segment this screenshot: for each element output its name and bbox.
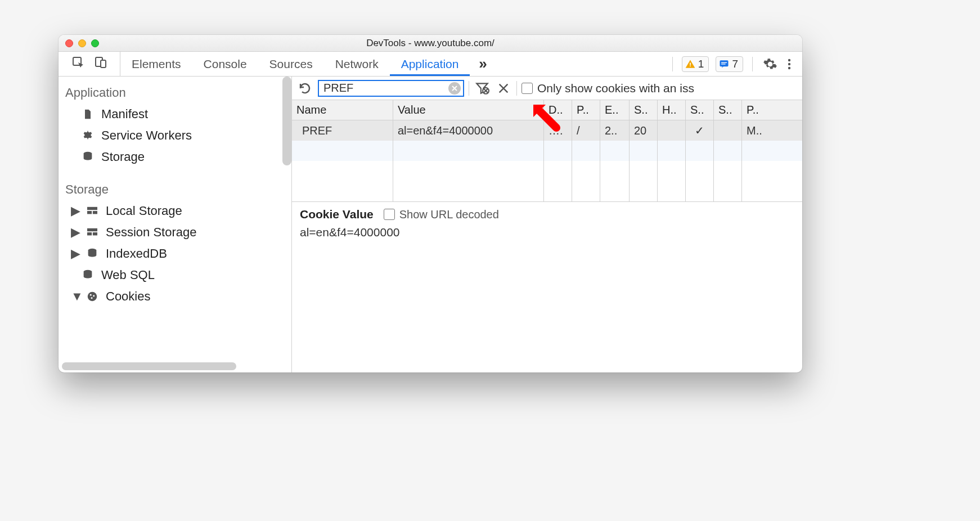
col-name[interactable]: Name xyxy=(292,100,393,120)
col-value[interactable]: Value xyxy=(393,100,544,120)
chevron-right-icon: ▶ xyxy=(71,246,79,261)
cell-path: / xyxy=(572,120,600,141)
tab-elements[interactable]: Elements xyxy=(120,52,192,76)
col-path[interactable]: P.. xyxy=(572,100,600,120)
show-url-decoded-checkbox[interactable] xyxy=(384,209,395,220)
divider xyxy=(672,57,673,71)
sidebar-item-indexeddb[interactable]: ▶ IndexedDB xyxy=(59,243,291,264)
sidebar-item-web-sql[interactable]: Web SQL xyxy=(59,264,291,286)
only-issues-label: Only show cookies with an iss xyxy=(537,82,694,95)
window-controls xyxy=(65,39,99,47)
titlebar: DevTools - www.youtube.com/ xyxy=(59,35,802,52)
messages-badge[interactable]: 7 xyxy=(716,56,743,72)
svg-point-9 xyxy=(788,62,790,65)
divider xyxy=(516,81,517,96)
close-window-button[interactable] xyxy=(65,39,73,47)
chevron-right-icon: ▶ xyxy=(71,225,79,240)
sidebar-item-cookies[interactable]: ▼ Cookies xyxy=(59,286,291,307)
svg-point-8 xyxy=(788,59,790,61)
sidebar-item-service-workers[interactable]: Service Workers xyxy=(59,125,291,146)
minimize-window-button[interactable] xyxy=(78,39,86,47)
cookie-details: Cookie Value Show URL decoded al=en&f4=4… xyxy=(292,202,802,372)
cookie-value-heading: Cookie Value xyxy=(300,208,374,221)
sidebar-item-label: Cookies xyxy=(106,289,150,304)
kebab-menu-icon[interactable] xyxy=(780,55,799,74)
database-icon xyxy=(81,268,95,282)
svg-rect-7 xyxy=(721,64,726,64)
col-samesite[interactable]: S.. xyxy=(714,100,742,120)
settings-icon[interactable] xyxy=(761,55,780,74)
cell-expires: 2.. xyxy=(600,120,630,141)
sidebar-item-label: Session Storage xyxy=(106,225,196,240)
cookies-panel: PREF Only show cookies with an iss xyxy=(292,77,802,372)
refresh-icon[interactable] xyxy=(296,80,313,97)
tab-application[interactable]: Application xyxy=(390,52,470,76)
inspect-element-icon[interactable] xyxy=(71,56,85,72)
filter-input[interactable]: PREF xyxy=(318,80,464,97)
sidebar-item-manifest[interactable]: Manifest xyxy=(59,104,291,125)
status-badges: 1 7 xyxy=(664,52,761,76)
svg-rect-18 xyxy=(93,232,97,235)
col-priority[interactable]: P.. xyxy=(742,100,802,120)
sidebar-item-local-storage[interactable]: ▶ Local Storage xyxy=(59,200,291,222)
warnings-badge[interactable]: 1 xyxy=(682,56,709,72)
sidebar-item-label: Service Workers xyxy=(101,128,192,143)
table-row[interactable]: PREF al=en&f4=4000000 …. / 2.. 20 ✓ M.. xyxy=(292,120,802,141)
table-icon xyxy=(86,204,99,218)
tab-sources[interactable]: Sources xyxy=(258,52,324,76)
filter-input-value: PREF xyxy=(323,82,448,95)
col-expires[interactable]: E.. xyxy=(600,100,630,120)
svg-rect-3 xyxy=(690,62,691,65)
svg-rect-5 xyxy=(720,60,729,66)
svg-point-21 xyxy=(88,292,97,302)
tab-network[interactable]: Network xyxy=(324,52,390,76)
cell-priority: M.. xyxy=(742,120,802,141)
window-title: DevTools - www.youtube.com/ xyxy=(366,38,495,49)
database-icon xyxy=(86,247,99,260)
col-domain[interactable]: D.. xyxy=(544,100,572,120)
delete-cookie-icon[interactable] xyxy=(495,80,512,97)
divider xyxy=(752,57,753,71)
divider xyxy=(469,81,469,96)
sidebar-section-application: Application xyxy=(59,81,291,104)
cookie-icon xyxy=(86,290,99,303)
svg-rect-17 xyxy=(87,232,92,235)
devtools-window: DevTools - www.youtube.com/ xyxy=(59,35,802,372)
chevron-down-icon: ▼ xyxy=(71,289,79,304)
sidebar-horizontal-scrollbar[interactable] xyxy=(62,362,236,370)
clear-all-filter-icon[interactable] xyxy=(474,80,491,97)
cookies-table: Name Value D.. P.. E.. S.. H.. S.. S.. P… xyxy=(292,100,802,202)
application-sidebar: Application Manifest Service Workers Sto… xyxy=(59,77,292,372)
sidebar-scrollbar[interactable] xyxy=(282,77,291,165)
sidebar-section-storage: Storage xyxy=(59,178,291,200)
sidebar-item-label: Manifest xyxy=(101,107,148,122)
col-httponly[interactable]: H.. xyxy=(658,100,686,120)
svg-point-24 xyxy=(91,297,93,299)
svg-point-23 xyxy=(93,295,95,297)
show-url-decoded-label: Show URL decoded xyxy=(399,208,499,221)
cookies-toolbar: PREF Only show cookies with an iss xyxy=(292,77,802,100)
svg-point-10 xyxy=(788,66,790,69)
sidebar-item-label: IndexedDB xyxy=(106,246,167,261)
svg-rect-16 xyxy=(87,228,97,231)
device-toolbar-icon[interactable] xyxy=(94,56,107,72)
warnings-count: 1 xyxy=(698,58,704,70)
sidebar-item-label: Storage xyxy=(101,150,145,164)
sidebar-item-storage-overview[interactable]: Storage xyxy=(59,146,291,168)
cookie-value-text: al=en&f4=4000000 xyxy=(300,226,794,239)
col-secure[interactable]: S.. xyxy=(686,100,714,120)
clear-filter-icon[interactable] xyxy=(448,82,461,95)
col-size[interactable]: S.. xyxy=(630,100,658,120)
gear-icon xyxy=(81,129,95,142)
table-row-empty xyxy=(292,141,802,161)
only-issues-checkbox[interactable] xyxy=(522,83,533,94)
cell-name: PREF xyxy=(292,120,393,141)
tab-console[interactable]: Console xyxy=(192,52,258,76)
tabs-overflow-button[interactable]: » xyxy=(470,52,496,76)
sidebar-item-session-storage[interactable]: ▶ Session Storage xyxy=(59,222,291,243)
maximize-window-button[interactable] xyxy=(91,39,99,47)
chevron-right-icon: ▶ xyxy=(71,204,79,218)
svg-rect-2 xyxy=(101,60,106,68)
svg-rect-4 xyxy=(690,65,691,66)
document-icon xyxy=(81,107,95,121)
